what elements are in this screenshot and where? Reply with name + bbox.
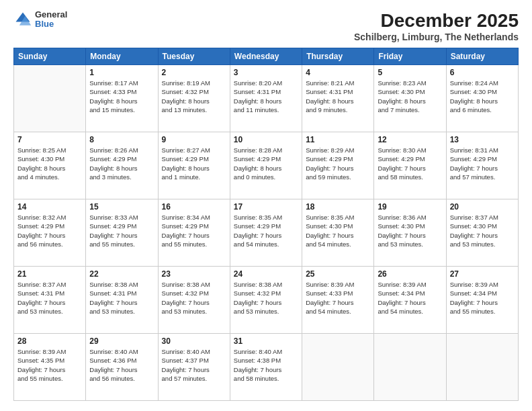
logo-general: General [35,10,67,19]
day-number: 23 [162,269,226,279]
table-row: 14Sunrise: 8:32 AM Sunset: 4:29 PM Dayli… [14,199,86,267]
table-row: 17Sunrise: 8:35 AM Sunset: 4:29 PM Dayli… [230,199,302,267]
table-row [14,65,86,132]
day-number: 1 [89,68,154,77]
table-row [446,334,518,401]
day-number: 19 [378,202,442,212]
logo-blue: Blue [35,19,67,29]
day-number: 27 [450,269,515,279]
table-row: 21Sunrise: 8:37 AM Sunset: 4:31 PM Dayli… [14,267,86,334]
table-row: 9Sunrise: 8:27 AM Sunset: 4:29 PM Daylig… [158,132,230,199]
table-row: 6Sunrise: 8:24 AM Sunset: 4:30 PM Daylig… [446,65,518,132]
day-number: 28 [17,336,82,346]
table-row [302,334,374,401]
day-number: 18 [306,202,370,212]
day-info: Sunrise: 8:39 AM Sunset: 4:34 PM Dayligh… [378,280,442,316]
day-info: Sunrise: 8:21 AM Sunset: 4:31 PM Dayligh… [306,79,370,114]
table-row: 19Sunrise: 8:36 AM Sunset: 4:30 PM Dayli… [374,199,446,267]
table-row: 18Sunrise: 8:35 AM Sunset: 4:30 PM Dayli… [302,199,374,267]
table-row: 8Sunrise: 8:26 AM Sunset: 4:29 PM Daylig… [86,132,158,199]
day-number: 24 [234,269,298,279]
week-row-3: 21Sunrise: 8:37 AM Sunset: 4:31 PM Dayli… [14,267,519,334]
table-row: 7Sunrise: 8:25 AM Sunset: 4:30 PM Daylig… [14,132,86,199]
table-row: 20Sunrise: 8:37 AM Sunset: 4:30 PM Dayli… [446,199,518,267]
location: Schilberg, Limburg, The Netherlands [354,32,519,42]
day-number: 30 [162,336,226,346]
day-info: Sunrise: 8:39 AM Sunset: 4:35 PM Dayligh… [17,347,82,383]
table-row: 24Sunrise: 8:38 AM Sunset: 4:32 PM Dayli… [230,267,302,334]
col-thursday: Thursday [302,48,374,65]
table-row [374,334,446,401]
table-row: 30Sunrise: 8:40 AM Sunset: 4:37 PM Dayli… [158,334,230,401]
day-number: 31 [234,336,298,346]
day-number: 7 [17,135,82,144]
table-row: 31Sunrise: 8:40 AM Sunset: 4:38 PM Dayli… [230,334,302,401]
logo-icon [13,10,32,29]
day-info: Sunrise: 8:20 AM Sunset: 4:31 PM Dayligh… [234,79,298,114]
col-saturday: Saturday [446,48,518,65]
title-block: December 2025 Schilberg, Limburg, The Ne… [354,10,519,42]
day-info: Sunrise: 8:19 AM Sunset: 4:32 PM Dayligh… [162,79,226,114]
table-row: 3Sunrise: 8:20 AM Sunset: 4:31 PM Daylig… [230,65,302,132]
table-row: 10Sunrise: 8:28 AM Sunset: 4:29 PM Dayli… [230,132,302,199]
table-row: 22Sunrise: 8:38 AM Sunset: 4:31 PM Dayli… [86,267,158,334]
table-row: 16Sunrise: 8:34 AM Sunset: 4:29 PM Dayli… [158,199,230,267]
day-info: Sunrise: 8:28 AM Sunset: 4:29 PM Dayligh… [234,146,298,181]
week-row-1: 7Sunrise: 8:25 AM Sunset: 4:30 PM Daylig… [14,132,519,199]
day-info: Sunrise: 8:23 AM Sunset: 4:30 PM Dayligh… [378,79,442,114]
col-sunday: Sunday [14,48,86,65]
table-row: 23Sunrise: 8:38 AM Sunset: 4:32 PM Dayli… [158,267,230,334]
table-row: 26Sunrise: 8:39 AM Sunset: 4:34 PM Dayli… [374,267,446,334]
calendar-table: Sunday Monday Tuesday Wednesday Thursday… [13,48,519,401]
day-number: 5 [378,68,442,77]
day-number: 10 [234,135,298,144]
day-number: 17 [234,202,298,212]
day-info: Sunrise: 8:40 AM Sunset: 4:38 PM Dayligh… [234,347,298,383]
col-friday: Friday [374,48,446,65]
day-info: Sunrise: 8:27 AM Sunset: 4:29 PM Dayligh… [162,146,226,181]
day-number: 8 [89,135,154,144]
table-row: 15Sunrise: 8:33 AM Sunset: 4:29 PM Dayli… [86,199,158,267]
day-info: Sunrise: 8:40 AM Sunset: 4:36 PM Dayligh… [89,347,154,383]
day-number: 14 [17,202,82,212]
day-number: 15 [89,202,154,212]
day-info: Sunrise: 8:30 AM Sunset: 4:29 PM Dayligh… [378,146,442,181]
day-number: 20 [450,202,515,212]
day-info: Sunrise: 8:29 AM Sunset: 4:29 PM Dayligh… [306,146,370,181]
day-info: Sunrise: 8:39 AM Sunset: 4:33 PM Dayligh… [306,280,370,316]
day-number: 6 [450,68,515,77]
day-number: 13 [450,135,515,144]
table-row: 11Sunrise: 8:29 AM Sunset: 4:29 PM Dayli… [302,132,374,199]
day-info: Sunrise: 8:26 AM Sunset: 4:29 PM Dayligh… [89,146,154,181]
week-row-4: 28Sunrise: 8:39 AM Sunset: 4:35 PM Dayli… [14,334,519,401]
logo: General Blue [13,10,67,30]
day-number: 2 [162,68,226,77]
week-row-0: 1Sunrise: 8:17 AM Sunset: 4:33 PM Daylig… [14,65,519,132]
day-info: Sunrise: 8:37 AM Sunset: 4:31 PM Dayligh… [17,280,82,316]
day-info: Sunrise: 8:38 AM Sunset: 4:32 PM Dayligh… [234,280,298,316]
day-info: Sunrise: 8:38 AM Sunset: 4:31 PM Dayligh… [89,280,154,316]
header-row: Sunday Monday Tuesday Wednesday Thursday… [14,48,519,65]
month-title: December 2025 [354,10,519,32]
day-info: Sunrise: 8:40 AM Sunset: 4:37 PM Dayligh… [162,347,226,383]
day-info: Sunrise: 8:25 AM Sunset: 4:30 PM Dayligh… [17,146,82,181]
header: General Blue December 2025 Schilberg, Li… [13,10,519,42]
col-tuesday: Tuesday [158,48,230,65]
day-info: Sunrise: 8:36 AM Sunset: 4:30 PM Dayligh… [378,213,442,248]
day-info: Sunrise: 8:17 AM Sunset: 4:33 PM Dayligh… [89,79,154,114]
table-row: 13Sunrise: 8:31 AM Sunset: 4:29 PM Dayli… [446,132,518,199]
table-row: 25Sunrise: 8:39 AM Sunset: 4:33 PM Dayli… [302,267,374,334]
table-row: 4Sunrise: 8:21 AM Sunset: 4:31 PM Daylig… [302,65,374,132]
table-row: 28Sunrise: 8:39 AM Sunset: 4:35 PM Dayli… [14,334,86,401]
logo-text: General Blue [35,10,67,30]
day-info: Sunrise: 8:24 AM Sunset: 4:30 PM Dayligh… [450,79,515,114]
day-number: 3 [234,68,298,77]
day-info: Sunrise: 8:33 AM Sunset: 4:29 PM Dayligh… [89,213,154,248]
col-wednesday: Wednesday [230,48,302,65]
day-number: 22 [89,269,154,279]
page: General Blue December 2025 Schilberg, Li… [0,0,532,411]
day-info: Sunrise: 8:39 AM Sunset: 4:34 PM Dayligh… [450,280,515,316]
table-row: 2Sunrise: 8:19 AM Sunset: 4:32 PM Daylig… [158,65,230,132]
col-monday: Monday [86,48,158,65]
week-row-2: 14Sunrise: 8:32 AM Sunset: 4:29 PM Dayli… [14,199,519,267]
